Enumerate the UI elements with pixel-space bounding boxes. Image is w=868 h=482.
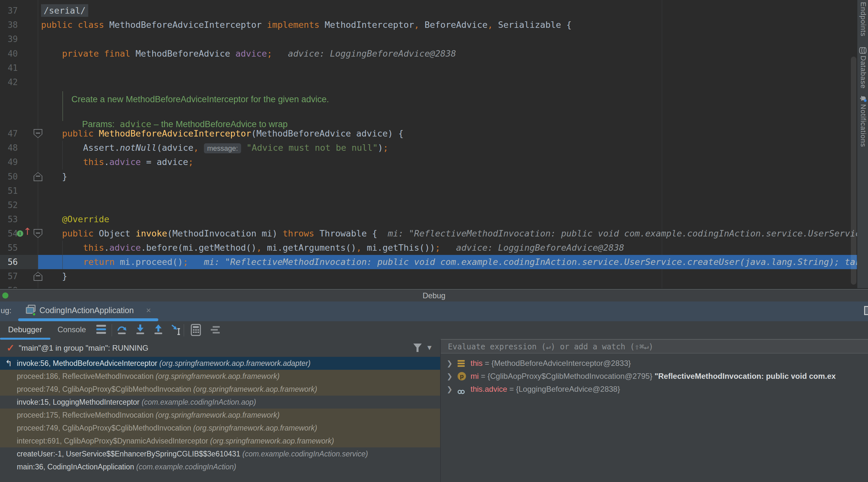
expand-chevron-icon[interactable]: ❯ <box>446 357 453 370</box>
tab-console[interactable]: Console <box>58 325 86 334</box>
debug-tool-window: Debug ug: CodingInActionApplication × De… <box>0 288 868 482</box>
frame-row[interactable]: main:36, CodingInActionApplication (com.… <box>0 460 440 473</box>
code-token: ; <box>267 49 272 59</box>
code-line-54[interactable]: 54 public Object invoke(MethodInvocation… <box>0 226 857 241</box>
code-token: advice <box>109 157 141 167</box>
code-tokens: private final MethodBeforeAdvice advice;… <box>41 47 456 61</box>
frames-list[interactable]: ↰invoke:56, MethodBeforeAdviceIntercepto… <box>0 357 440 482</box>
line-number: 38 <box>0 18 18 32</box>
code-token <box>41 214 62 224</box>
code-line-39[interactable]: 39 <box>0 32 857 46</box>
thread-status-text: "main"@1 in group "main": RUNNING <box>19 344 148 352</box>
code-token <box>41 157 83 167</box>
code-tokens: } <box>41 170 67 184</box>
expand-chevron-icon[interactable]: ❯ <box>446 370 453 383</box>
thread-status-row[interactable]: ✓ "main"@1 in group "main": RUNNING ▼ <box>0 340 440 357</box>
evaluate-expression-button[interactable] <box>190 323 202 336</box>
current-frame-icon: ↰ <box>5 357 12 370</box>
variable-row[interactable]: ❯pmi = {CglibAopProxy$CglibMethodInvocat… <box>441 370 868 383</box>
evaluate-expression-bar[interactable]: Evaluate expression (↵) or add a watch (… <box>441 339 868 353</box>
close-tab-icon[interactable]: × <box>146 305 151 315</box>
code-token: MethodBeforeAdviceInterceptor <box>109 20 267 30</box>
javadoc-border <box>62 91 63 121</box>
variable-row[interactable]: ❯this.advice = {LoggingBeforeAdvice@2838… <box>441 383 868 396</box>
debugger-toolbar: Debugger Console <box>0 321 868 340</box>
code-line-57[interactable]: 57 } <box>0 269 857 283</box>
expand-chevron-icon[interactable]: ❯ <box>446 383 453 396</box>
fold-marker-icon[interactable] <box>34 272 42 281</box>
line-number: 42 <box>0 75 18 89</box>
frame-row[interactable]: ↰invoke:56, MethodBeforeAdviceIntercepto… <box>0 357 440 370</box>
code-tokens: } <box>41 269 67 283</box>
code-line-50[interactable]: 50 } <box>0 170 857 184</box>
code-line-49[interactable]: 49 this.advice = advice; <box>0 155 857 169</box>
active-tab-underline <box>18 318 158 321</box>
frame-text: proceed:186, ReflectiveMethodInvocation … <box>17 370 280 383</box>
javadoc-param-desc: – the MethodBeforeAdvice to wrap <box>151 119 288 129</box>
code-token: Assert. <box>83 143 120 153</box>
code-line-52[interactable]: 52 <box>0 198 857 212</box>
step-out-button[interactable] <box>153 323 164 336</box>
code-token <box>41 257 83 267</box>
tab-debugger[interactable]: Debugger <box>8 325 42 334</box>
fold-marker-icon[interactable] <box>34 129 42 138</box>
line-number: 58 <box>0 283 18 288</box>
code-line-40[interactable]: 40 private final MethodBeforeAdvice advi… <box>0 47 857 61</box>
code-line-51[interactable]: 51 <box>0 184 857 198</box>
frame-row[interactable]: intercept:691, CglibAopProxy$DynamicAdvi… <box>0 434 440 447</box>
code-token: { <box>566 20 572 30</box>
run-config-tab[interactable]: CodingInActionApplication <box>39 306 134 315</box>
step-into-button[interactable] <box>134 323 146 336</box>
code-tokens: @Override <box>41 212 109 226</box>
frames-view-icon[interactable] <box>96 325 106 335</box>
layout-settings-icon[interactable] <box>209 323 221 336</box>
code-token: ; <box>383 143 388 153</box>
variable-row[interactable]: ❯this = {MethodBeforeAdviceInterceptor@2… <box>441 357 868 370</box>
toolbar-separator <box>184 324 184 336</box>
debugger-execution-marker-icon[interactable]: I <box>17 230 23 237</box>
filter-funnel-icon[interactable] <box>413 344 422 352</box>
frame-row[interactable]: createUser:-1, UserService$$EnhancerBySp… <box>0 447 440 460</box>
code-line-48[interactable]: 48 Assert.notNull(advice, message: "Advi… <box>0 141 857 155</box>
inline-debugger-hint: mi: "ReflectiveMethodInvocation: public … <box>383 228 866 238</box>
code-tokens: this.advice.before(mi.getMethod(), mi.ge… <box>41 241 624 255</box>
frame-row[interactable]: proceed:749, CglibAopProxy$CglibMethodIn… <box>0 422 440 434</box>
code-line-41[interactable]: 41 <box>0 61 857 75</box>
tool-stripe-endpoints[interactable]: Endpoints <box>859 2 867 36</box>
code-token <box>41 243 83 253</box>
line-number: 53 <box>0 212 18 226</box>
code-token: ; <box>188 157 193 167</box>
run-to-cursor-button[interactable] <box>170 323 182 336</box>
editor-scrollbar[interactable] <box>851 57 856 285</box>
code-line-56[interactable]: 56 return mi.proceed(); mi: "ReflectiveM… <box>0 255 857 269</box>
frame-row[interactable]: proceed:749, CglibAopProxy$CglibMethodIn… <box>0 383 440 396</box>
code-line-55[interactable]: 55 this.advice.before(mi.getMethod(), mi… <box>0 241 857 255</box>
tool-stripe-database[interactable]: Database <box>859 56 867 89</box>
code-editor[interactable]: 37/serial/38public class MethodBeforeAdv… <box>0 0 868 288</box>
variables-panel[interactable]: ❯this = {MethodBeforeAdviceInterceptor@2… <box>441 357 868 482</box>
code-token: Throwable { <box>319 228 383 238</box>
thread-dropdown-chevron-icon[interactable]: ▼ <box>426 344 433 352</box>
step-over-button[interactable] <box>116 323 128 336</box>
code-token <box>41 129 62 138</box>
code-token: return <box>83 257 120 267</box>
fold-marker-icon[interactable] <box>34 229 42 238</box>
code-line-38[interactable]: 38public class MethodBeforeAdviceInterce… <box>0 18 857 32</box>
code-token: message: <box>204 143 241 153</box>
layout-icon-partial[interactable] <box>864 306 868 315</box>
javadoc-param-name: advice <box>115 119 152 129</box>
fold-marker-icon[interactable] <box>34 172 42 181</box>
tool-stripe-notifications[interactable]: Notifications <box>859 104 867 147</box>
inline-debugger-hint: mi: "ReflectiveMethodInvocation: public … <box>188 257 868 267</box>
code-line-37[interactable]: 37/serial/ <box>0 4 857 18</box>
frame-row[interactable]: proceed:175, ReflectiveMethodInvocation … <box>0 408 440 422</box>
line-number: 40 <box>0 47 18 61</box>
code-line-58[interactable]: 58 <box>0 283 857 288</box>
parameter-icon: p <box>458 372 466 380</box>
code-line-53[interactable]: 53 @Override <box>0 212 857 226</box>
code-token: "Advice must not be null" <box>241 143 378 153</box>
run-config-tab-row: ug: CodingInActionApplication × <box>0 302 868 321</box>
code-line-42[interactable]: 42 <box>0 75 857 89</box>
frame-row[interactable]: proceed:186, ReflectiveMethodInvocation … <box>0 370 440 383</box>
frame-row[interactable]: invoke:15, LoggingMethodInterceptor (com… <box>0 396 440 408</box>
